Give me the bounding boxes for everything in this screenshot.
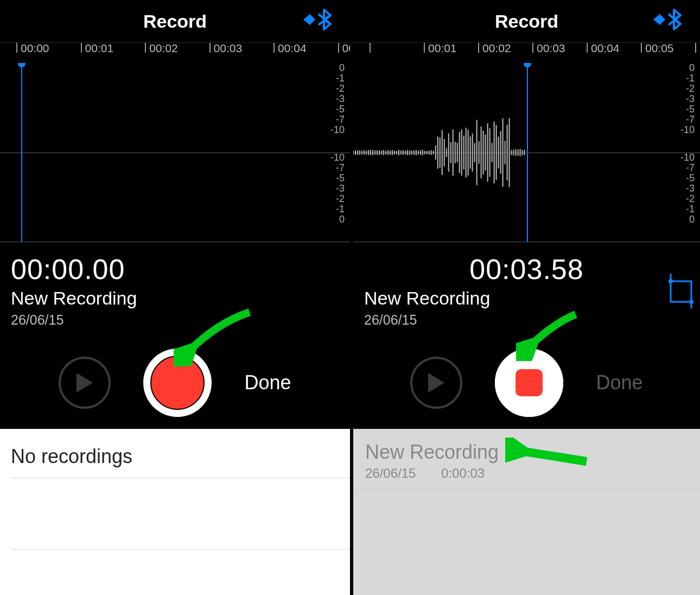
header: Record: [353, 0, 700, 42]
db-scale-bottom: -10-7-5-3-2-10: [330, 153, 345, 225]
db-label: -3: [330, 94, 345, 104]
ruler-label: 00:00: [21, 42, 49, 55]
timeline-ruler[interactable]: 00:0100:0200:0300:0400:0500:06: [353, 42, 700, 63]
db-label: -3: [680, 94, 695, 104]
db-label: -1: [330, 204, 345, 214]
record-circle-icon: [150, 356, 205, 410]
done-button: Done: [596, 371, 642, 394]
db-label: -2: [330, 84, 345, 94]
ruler-label: 00:03: [537, 42, 565, 55]
db-label: -7: [680, 115, 695, 125]
page-title: Record: [143, 11, 207, 32]
db-label: 0: [680, 214, 695, 225]
list-item-title: New Recording: [365, 441, 688, 464]
waveform-area[interactable]: 0-1-2-3-5-7-10 -10-7-5-3-2-10: [0, 63, 350, 242]
elapsed-time: 00:00.00: [11, 253, 339, 286]
db-label: -10: [330, 125, 345, 135]
db-label: -1: [330, 73, 345, 84]
list-item[interactable]: New Recording 26/06/15 0:00:03: [353, 429, 700, 490]
recording-date: 26/06/15: [11, 312, 339, 328]
play-button[interactable]: [59, 357, 111, 409]
db-label: -5: [680, 173, 695, 183]
ruler-label: 00:04: [278, 42, 307, 55]
svg-rect-0: [671, 281, 691, 302]
db-label: -10: [680, 125, 695, 135]
stop-record-button[interactable]: [495, 349, 563, 417]
db-scale-top: 0-1-2-3-5-7-10: [680, 63, 695, 135]
db-label: 0: [680, 63, 695, 73]
ruler-label: 00:01: [428, 42, 457, 55]
ruler-label: 00:02: [149, 42, 178, 55]
playhead[interactable]: [527, 63, 528, 242]
waveform-area[interactable]: 0-1-2-3-5-7-10 -10-7-5-3-2-10: [353, 63, 700, 242]
db-label: -5: [330, 173, 345, 183]
db-label: -3: [330, 183, 345, 194]
page-title: Record: [495, 11, 558, 32]
timeline-ruler[interactable]: 00:0000:0100:0200:0300:0400:05: [0, 42, 350, 63]
list-item-duration: 0:00:03: [441, 466, 485, 480]
db-label: -2: [680, 84, 695, 94]
panel-during: Record 00:0100:0200:0300:0400:0500:06 0-…: [350, 0, 700, 595]
panel-before: Record 00:0000:0100:0200:0300:0400:05 0-…: [0, 0, 350, 595]
ruler-label: 00:02: [482, 42, 511, 55]
db-label: -3: [680, 183, 695, 194]
header: Record: [0, 0, 350, 42]
ruler-label: 00:05: [645, 42, 674, 55]
db-scale-top: 0-1-2-3-5-7-10: [330, 63, 345, 135]
list-item-date: 26/06/15: [365, 466, 416, 480]
recordings-list[interactable]: New Recording 26/06/15 0:00:03: [353, 429, 700, 595]
record-button[interactable]: [143, 349, 212, 417]
ruler-label: 00:01: [85, 42, 114, 55]
db-label: 0: [330, 214, 345, 225]
db-label: -1: [680, 204, 695, 214]
recording-date: 26/06/15: [364, 312, 689, 328]
db-label: -7: [330, 163, 345, 173]
db-label: -2: [680, 194, 695, 204]
db-label: 0: [330, 63, 345, 73]
ruler-label: 00:04: [591, 42, 620, 55]
recording-name[interactable]: New Recording: [11, 288, 339, 309]
controls-row: Done: [0, 337, 350, 429]
db-label: -1: [680, 73, 695, 84]
ruler-label: 00:03: [214, 42, 243, 55]
db-label: -2: [330, 194, 345, 204]
recordings-list[interactable]: No recordings: [0, 429, 350, 595]
db-label: -10: [330, 153, 345, 163]
bluetooth-audio-icon[interactable]: [302, 8, 335, 31]
bluetooth-audio-icon[interactable]: [652, 8, 685, 31]
controls-row: Done: [353, 337, 700, 429]
db-label: -5: [680, 104, 695, 115]
db-label: -10: [680, 153, 695, 163]
done-button[interactable]: Done: [244, 371, 291, 394]
db-scale-bottom: -10-7-5-3-2-10: [680, 153, 695, 225]
playhead[interactable]: [21, 63, 22, 242]
db-label: -7: [330, 115, 345, 125]
elapsed-time: 00:03.58: [364, 253, 689, 286]
crop-annotation-icon: [664, 271, 697, 309]
recording-name[interactable]: New Recording: [364, 288, 689, 309]
play-button[interactable]: [410, 357, 462, 409]
empty-message: No recordings: [0, 429, 350, 478]
ruler-label: 00:05: [342, 42, 350, 55]
db-label: -5: [330, 104, 345, 115]
db-label: -7: [680, 163, 695, 173]
